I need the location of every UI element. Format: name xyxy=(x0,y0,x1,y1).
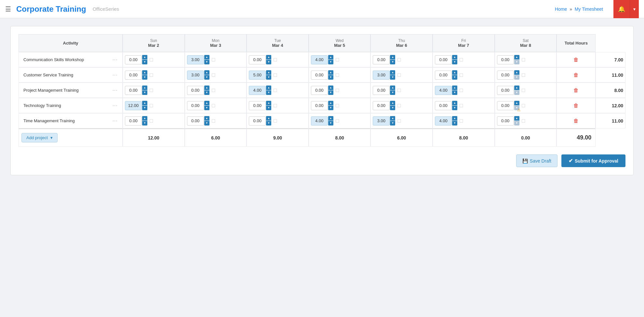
increment-btn-r2-d3[interactable]: ▲ xyxy=(328,86,333,90)
decrement-btn-r3-d5[interactable]: ▼ xyxy=(452,106,457,110)
increment-btn-r4-d4[interactable]: ▲ xyxy=(390,116,395,121)
note-icon-r4-d6[interactable]: ☐ xyxy=(521,118,526,124)
decrement-btn-r2-d5[interactable]: ▼ xyxy=(452,90,457,95)
increment-btn-r1-d4[interactable]: ▲ xyxy=(390,70,395,75)
time-input-r0-d2[interactable] xyxy=(249,55,266,64)
increment-btn-r2-d0[interactable]: ▲ xyxy=(142,86,147,90)
decrement-btn-r4-d3[interactable]: ▼ xyxy=(328,121,333,125)
note-icon-r1-d4[interactable]: ☐ xyxy=(397,73,401,78)
increment-btn-r0-d3[interactable]: ▲ xyxy=(328,55,333,59)
time-input-r2-d1[interactable] xyxy=(187,86,204,95)
delete-icon-2[interactable]: 🗑 xyxy=(573,87,579,93)
note-icon-r4-d0[interactable]: ☐ xyxy=(149,118,154,124)
increment-btn-r2-d6[interactable]: ▲ xyxy=(514,86,519,90)
increment-btn-r2-d2[interactable]: ▲ xyxy=(266,86,271,90)
activity-menu-icon-4[interactable]: ··· xyxy=(113,118,118,124)
note-icon-r1-d3[interactable]: ☐ xyxy=(335,73,340,78)
increment-btn-r1-d0[interactable]: ▲ xyxy=(142,70,147,75)
increment-btn-r0-d6[interactable]: ▲ xyxy=(514,55,519,59)
delete-icon-1[interactable]: 🗑 xyxy=(573,72,579,78)
decrement-btn-r1-d1[interactable]: ▼ xyxy=(204,75,209,80)
time-input-r2-d5[interactable] xyxy=(435,86,452,95)
decrement-btn-r3-d1[interactable]: ▼ xyxy=(204,106,209,110)
activity-menu-icon-0[interactable]: ··· xyxy=(113,57,118,63)
time-input-r0-d6[interactable] xyxy=(497,55,514,64)
time-input-r3-d6[interactable] xyxy=(497,101,514,110)
decrement-btn-r3-d0[interactable]: ▼ xyxy=(142,106,147,110)
decrement-btn-r4-d1[interactable]: ▼ xyxy=(204,121,209,125)
delete-icon-4[interactable]: 🗑 xyxy=(573,118,579,124)
delete-icon-3[interactable]: 🗑 xyxy=(573,103,579,108)
time-input-r0-d0[interactable] xyxy=(125,55,142,64)
note-icon-r3-d5[interactable]: ☐ xyxy=(459,103,463,108)
note-icon-r0-d5[interactable]: ☐ xyxy=(459,57,463,62)
time-input-r2-d4[interactable] xyxy=(373,86,390,95)
decrement-btn-r3-d2[interactable]: ▼ xyxy=(266,106,271,110)
increment-btn-r3-d3[interactable]: ▲ xyxy=(328,101,333,105)
note-icon-r0-d4[interactable]: ☐ xyxy=(397,57,401,62)
time-input-r3-d2[interactable] xyxy=(249,101,266,110)
time-input-r0-d1[interactable] xyxy=(187,55,204,64)
decrement-btn-r0-d3[interactable]: ▼ xyxy=(328,60,333,64)
increment-btn-r4-d2[interactable]: ▲ xyxy=(266,116,271,121)
time-input-r1-d1[interactable] xyxy=(187,71,204,80)
note-icon-r0-d6[interactable]: ☐ xyxy=(521,57,526,62)
increment-btn-r0-d1[interactable]: ▲ xyxy=(204,55,209,59)
time-input-r2-d0[interactable] xyxy=(125,86,142,95)
increment-btn-r1-d5[interactable]: ▲ xyxy=(452,70,457,75)
increment-btn-r1-d1[interactable]: ▲ xyxy=(204,70,209,75)
note-icon-r1-d1[interactable]: ☐ xyxy=(211,73,216,78)
increment-btn-r3-d6[interactable]: ▲ xyxy=(514,101,519,105)
increment-btn-r3-d4[interactable]: ▲ xyxy=(390,101,395,105)
time-input-r4-d5[interactable] xyxy=(435,116,452,125)
time-input-r1-d0[interactable] xyxy=(125,71,142,80)
note-icon-r0-d1[interactable]: ☐ xyxy=(211,57,216,62)
increment-btn-r2-d1[interactable]: ▲ xyxy=(204,86,209,90)
time-input-r3-d5[interactable] xyxy=(435,101,452,110)
decrement-btn-r0-d1[interactable]: ▼ xyxy=(204,60,209,64)
note-icon-r1-d2[interactable]: ☐ xyxy=(273,73,277,78)
decrement-btn-r3-d4[interactable]: ▼ xyxy=(390,106,395,110)
note-icon-r2-d1[interactable]: ☐ xyxy=(211,88,216,93)
note-icon-r2-d0[interactable]: ☐ xyxy=(149,88,154,93)
note-icon-r3-d2[interactable]: ☐ xyxy=(273,103,277,108)
note-icon-r3-d0[interactable]: ☐ xyxy=(149,103,154,108)
note-icon-r2-d5[interactable]: ☐ xyxy=(459,88,463,93)
decrement-btn-r0-d6[interactable]: ▼ xyxy=(514,60,519,64)
note-icon-r2-d4[interactable]: ☐ xyxy=(397,88,401,93)
time-input-r4-d4[interactable] xyxy=(373,116,390,125)
increment-btn-r0-d0[interactable]: ▲ xyxy=(142,55,147,59)
activity-menu-icon-3[interactable]: ··· xyxy=(113,103,118,109)
decrement-btn-r2-d4[interactable]: ▼ xyxy=(390,90,395,95)
nav-home[interactable]: Home xyxy=(555,7,567,12)
activity-menu-icon-1[interactable]: ··· xyxy=(113,72,118,78)
decrement-btn-r2-d6[interactable]: ▼ xyxy=(514,90,519,95)
nav-current[interactable]: My Timesheet xyxy=(575,7,603,12)
decrement-btn-r4-d6[interactable]: ▼ xyxy=(514,121,519,125)
note-icon-r4-d2[interactable]: ☐ xyxy=(273,118,277,124)
time-input-r2-d3[interactable] xyxy=(311,86,328,95)
time-input-r3-d4[interactable] xyxy=(373,101,390,110)
increment-btn-r4-d6[interactable]: ▲ xyxy=(514,116,519,121)
decrement-btn-r1-d5[interactable]: ▼ xyxy=(452,75,457,80)
increment-btn-r4-d5[interactable]: ▲ xyxy=(452,116,457,121)
user-dropdown-button[interactable]: ▾ xyxy=(630,0,639,18)
note-icon-r3-d4[interactable]: ☐ xyxy=(397,103,401,108)
time-input-r1-d2[interactable] xyxy=(249,71,266,80)
decrement-btn-r4-d0[interactable]: ▼ xyxy=(142,121,147,125)
increment-btn-r2-d4[interactable]: ▲ xyxy=(390,86,395,90)
time-input-r2-d6[interactable] xyxy=(497,86,514,95)
submit-approval-button[interactable]: ✔ Submit for Approval xyxy=(561,154,625,167)
time-input-r3-d3[interactable] xyxy=(311,101,328,110)
time-input-r4-d6[interactable] xyxy=(497,116,514,125)
increment-btn-r2-d5[interactable]: ▲ xyxy=(452,86,457,90)
decrement-btn-r1-d3[interactable]: ▼ xyxy=(328,75,333,80)
increment-btn-r0-d2[interactable]: ▲ xyxy=(266,55,271,59)
note-icon-r1-d5[interactable]: ☐ xyxy=(459,73,463,78)
increment-btn-r4-d0[interactable]: ▲ xyxy=(142,116,147,121)
time-input-r0-d5[interactable] xyxy=(435,55,452,64)
decrement-btn-r4-d4[interactable]: ▼ xyxy=(390,121,395,125)
decrement-btn-r2-d0[interactable]: ▼ xyxy=(142,90,147,95)
increment-btn-r0-d5[interactable]: ▲ xyxy=(452,55,457,59)
decrement-btn-r3-d3[interactable]: ▼ xyxy=(328,106,333,110)
